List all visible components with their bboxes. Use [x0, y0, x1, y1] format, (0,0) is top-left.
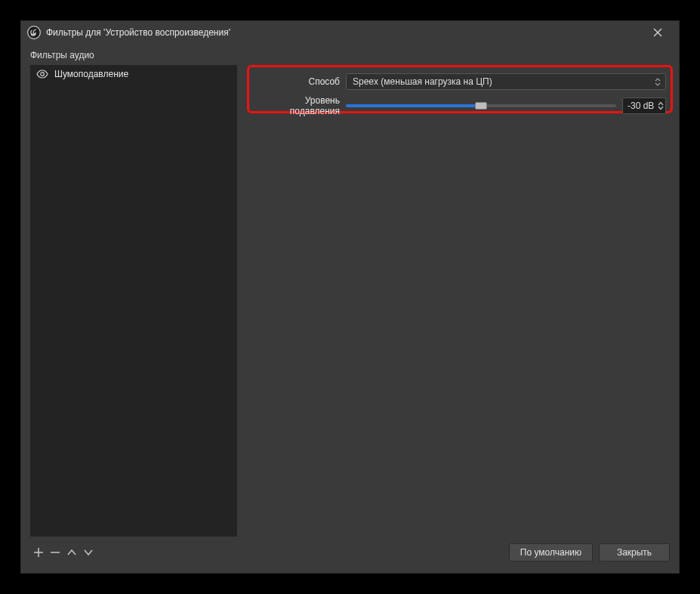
- method-label: Способ: [254, 76, 340, 87]
- slider-fill: [346, 104, 481, 107]
- add-filter-button[interactable]: [30, 544, 47, 561]
- filter-list-item-noise-suppression[interactable]: Шумоподавление: [30, 65, 237, 83]
- suppression-row: Уровень подавления -30 dB: [254, 97, 666, 114]
- method-row: Способ Speex (меньшая нагрузка на ЦП): [254, 73, 666, 90]
- defaults-button[interactable]: По умолчанию: [509, 543, 593, 562]
- dialog-body: Фильтры аудио Шумоподавление: [21, 44, 679, 573]
- bottom-bar: По умолчанию Закрыть: [30, 540, 670, 565]
- annotation-highlight-box: Способ Speex (меньшая нагрузка на ЦП) Ур…: [247, 65, 673, 113]
- titlebar: Фильтры для 'Устройство воспроизведения': [21, 21, 679, 44]
- move-filter-up-button[interactable]: [63, 544, 80, 561]
- remove-filter-button[interactable]: [47, 544, 63, 561]
- audio-filters-label: Фильтры аудио: [30, 47, 670, 62]
- obs-app-icon: [27, 26, 41, 39]
- slider-thumb[interactable]: [475, 102, 487, 110]
- suppression-value: -30 dB: [628, 101, 654, 111]
- window-title: Фильтры для 'Устройство воспроизведения': [46, 27, 643, 38]
- close-button[interactable]: Закрыть: [599, 543, 670, 562]
- filter-list[interactable]: Шумоподавление: [30, 65, 237, 537]
- chevron-down-icon[interactable]: [658, 106, 664, 110]
- method-value: Speex (меньшая нагрузка на ЦП): [353, 76, 492, 87]
- minus-icon: [49, 546, 61, 558]
- suppression-label: Уровень подавления: [254, 95, 340, 116]
- combobox-chevrons-icon: [655, 78, 661, 86]
- suppression-spinbox[interactable]: -30 dB: [622, 97, 666, 114]
- chevron-up-icon: [66, 546, 78, 558]
- visibility-eye-icon[interactable]: [36, 68, 48, 80]
- slider-track: [346, 104, 616, 107]
- svg-point-0: [28, 26, 41, 39]
- window-close-button[interactable]: [643, 21, 673, 44]
- close-icon: [653, 28, 662, 37]
- content-columns: Шумоподавление Способ Speex (меньшая наг…: [30, 65, 670, 537]
- filter-actions: [30, 544, 97, 561]
- plus-icon: [32, 546, 45, 558]
- chevron-down-icon: [82, 546, 94, 558]
- svg-point-3: [41, 73, 45, 76]
- spin-arrows-icon: [658, 101, 664, 110]
- suppression-slider[interactable]: [346, 97, 616, 114]
- filter-properties-panel: Способ Speex (меньшая нагрузка на ЦП) Ур…: [250, 65, 670, 537]
- move-filter-down-button[interactable]: [80, 544, 97, 561]
- filters-dialog: Фильтры для 'Устройство воспроизведения'…: [20, 20, 680, 574]
- method-combobox[interactable]: Speex (меньшая нагрузка на ЦП): [346, 73, 666, 90]
- filter-name-label: Шумоподавление: [54, 69, 128, 79]
